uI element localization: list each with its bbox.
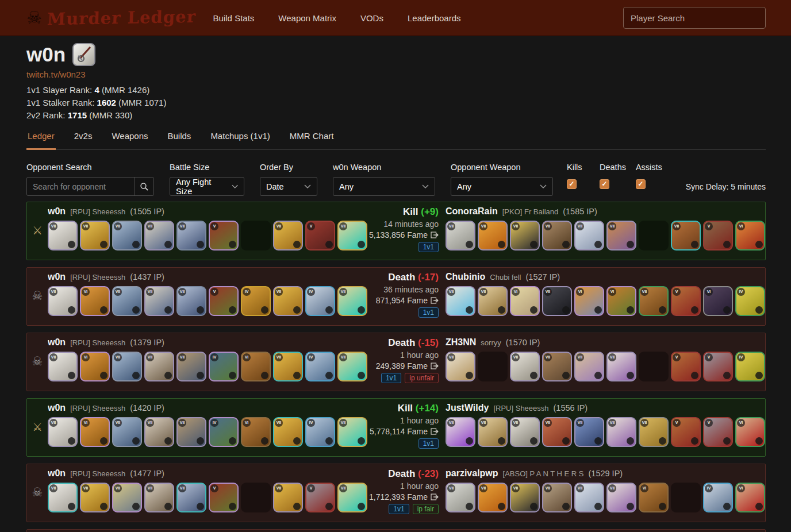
item-icon[interactable]: VII [574,352,604,381]
item-icon[interactable]: VII [337,286,367,316]
item-icon[interactable]: V [703,221,733,250]
item-icon[interactable]: VII [144,286,174,316]
home-logo[interactable]: ☠ Murder Ledger [26,8,196,28]
item-icon[interactable]: VII [671,221,701,250]
item-icon[interactable]: VII [478,483,508,512]
item-icon[interactable]: VII [542,483,572,512]
twitch-link[interactable]: twitch.tv/w0n23 [26,70,86,79]
item-icon[interactable]: IV [305,417,335,447]
item-icon[interactable]: IV [735,286,765,316]
item-icon[interactable]: VII [176,352,206,381]
tab-mmr-chart[interactable]: MMR Chart [289,131,335,149]
item-icon[interactable]: VI [735,417,765,447]
item-icon[interactable]: V [671,417,701,447]
item-icon[interactable]: VII [273,352,303,381]
item-icon[interactable]: V [703,352,733,381]
item-icon[interactable]: VII [112,286,142,316]
item-icon[interactable]: VI [241,352,271,381]
player-name[interactable]: w0n [48,403,66,413]
item-icon[interactable]: IV [305,352,335,381]
item-icon[interactable]: V [305,221,335,250]
item-icon[interactable]: VII [337,221,367,250]
tab-ledger[interactable]: Ledger [26,131,56,150]
kill-details-icon[interactable] [431,493,439,501]
player-name[interactable]: ConoraRain [446,206,498,217]
fight-row[interactable]: ⚔ w0n [RPU] Sheeessh (1420 IP) VIIVIVIIV… [26,398,766,457]
item-icon[interactable]: IV [703,483,733,512]
item-icon[interactable]: IV [209,417,239,447]
assists-checkbox[interactable]: ✓ [636,179,646,189]
item-icon[interactable]: VII [542,286,572,316]
item-icon[interactable]: VII [574,483,604,512]
item-icon[interactable]: VII [574,417,604,447]
item-icon[interactable]: VII [176,483,206,512]
item-icon[interactable]: VII [478,417,508,447]
player-name[interactable]: w0n [48,337,66,348]
player-name[interactable]: w0n [48,272,66,282]
player-name[interactable]: Chubinio [446,272,485,282]
item-icon[interactable]: VI [574,286,604,316]
fight-row[interactable]: ☠ w0n [RPU] Sheeessh (1477 IP) VIIVIIVII… [26,464,766,522]
item-icon[interactable]: VII [48,483,78,512]
item-icon[interactable]: VI [735,221,765,250]
fight-row[interactable]: ☠ w0n [RPU] Sheeessh (1532 IP) Death (-2… [26,529,766,532]
item-icon[interactable]: IV [305,286,335,316]
fight-row[interactable]: ⚔ w0n [RPU] Sheeessh (1505 IP) VIIVIIVII… [26,202,766,260]
item-icon[interactable]: VII [80,483,110,512]
item-icon[interactable]: VI [703,286,733,316]
item-icon[interactable]: VII [80,221,110,250]
player-search-input[interactable] [623,7,766,29]
order-by-select[interactable]: Date [260,177,317,196]
item-icon[interactable]: VII [542,221,572,250]
kill-details-icon[interactable] [431,296,439,304]
item-icon[interactable]: VI [735,483,765,512]
item-icon[interactable]: VI [80,286,110,316]
item-icon[interactable]: V [671,352,701,381]
won-weapon-select[interactable]: Any [333,177,435,196]
tab-builds[interactable]: Builds [167,131,193,149]
item-icon[interactable]: V [209,483,239,512]
kill-details-icon[interactable] [431,231,439,239]
player-name[interactable]: w0n [48,206,66,217]
player-name[interactable]: parzivalpwp [446,468,498,479]
item-icon[interactable]: IV [241,286,271,316]
item-icon[interactable]: VII [510,483,540,512]
item-icon[interactable]: VII [48,221,78,250]
item-icon[interactable]: VII [574,221,604,250]
item-icon[interactable]: VII [48,286,78,316]
item-icon[interactable]: VII [446,286,475,316]
item-icon[interactable]: V [703,417,733,447]
item-icon[interactable]: VII [510,417,540,447]
item-icon[interactable]: VII [510,221,540,250]
item-icon[interactable]: VII [606,417,636,447]
item-icon[interactable]: VI [639,483,669,512]
nav-link[interactable]: Leaderboards [408,13,461,23]
item-icon[interactable]: VII [639,417,669,447]
item-icon[interactable]: VII [144,417,174,447]
item-icon[interactable]: VI [606,286,636,316]
item-icon[interactable]: VII [337,352,367,381]
item-icon[interactable]: VII [446,483,475,512]
item-icon[interactable]: VII [606,221,636,250]
tab-matchups-1v1[interactable]: Matchups (1v1) [209,131,271,149]
item-icon[interactable]: VII [273,286,303,316]
battle-size-select[interactable]: Any Fight Size [170,177,244,196]
item-icon[interactable]: VI [241,417,271,447]
item-icon[interactable]: IV [735,352,765,381]
item-icon[interactable]: VII [112,352,142,381]
nav-link[interactable]: Weapon Matrix [278,13,336,23]
kill-details-icon[interactable] [431,427,439,435]
item-icon[interactable]: VI [510,286,540,316]
item-icon[interactable]: VII [273,417,303,447]
item-icon[interactable]: VII [542,417,572,447]
search-button[interactable] [135,178,153,195]
item-icon[interactable]: VII [176,417,206,447]
item-icon[interactable]: VII [112,483,142,512]
item-icon[interactable]: VII [446,221,475,250]
opponent-weapon-select[interactable]: Any [451,177,553,196]
item-icon[interactable]: VII [112,221,142,250]
nav-link[interactable]: VODs [360,13,383,23]
fight-row[interactable]: ☠ w0n [RPU] Sheeessh (1379 IP) VIIVIVIIV… [26,333,766,391]
fight-row[interactable]: ☠ w0n [RPU] Sheeessh (1437 IP) VIIVIVIIV… [26,267,766,326]
item-icon[interactable]: V [305,483,335,512]
